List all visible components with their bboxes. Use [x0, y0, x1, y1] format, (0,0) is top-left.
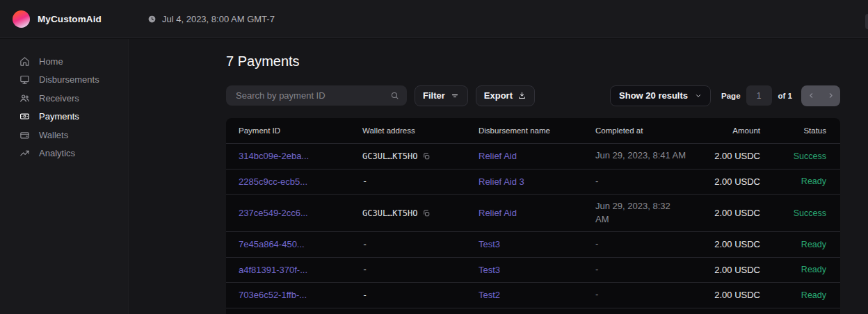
amount: 2.00 USDC	[707, 239, 760, 249]
payments-icon	[19, 111, 30, 122]
table-row: 7e45a864-450... - Test3 - 2.00 USDC Read…	[226, 231, 840, 257]
disbursements-icon	[19, 74, 30, 85]
disbursement-link[interactable]: Relief Aid 3	[479, 176, 524, 187]
current-datetime: Jul 4, 2023, 8:00 AM GMT-7	[147, 0, 275, 38]
page-count-label: of 1	[778, 92, 792, 100]
table-header-row: Payment ID Wallet address Disbursement n…	[226, 118, 840, 143]
home-icon	[19, 56, 30, 67]
chevron-down-icon	[695, 92, 702, 99]
sidebar-item-label: Payments	[39, 111, 79, 122]
previous-page-button[interactable]	[801, 85, 821, 106]
column-header-payment-id: Payment ID	[239, 126, 362, 135]
sidebar-item-wallets[interactable]: Wallets	[0, 126, 129, 144]
search-box[interactable]	[226, 85, 407, 106]
copy-icon[interactable]	[422, 152, 431, 160]
payments-table: Payment ID Wallet address Disbursement n…	[226, 118, 840, 314]
table-row: 703e6c52-1ffb-... - Test2 - 2.00 USDC Re…	[226, 282, 840, 308]
amount: 2.00 USDC	[707, 151, 760, 161]
wallet-address: -	[362, 240, 367, 249]
wallet-address: -	[362, 290, 367, 300]
payment-id-link[interactable]: 7e45a864-450...	[239, 239, 305, 249]
column-header-disbursement-name: Disbursement name	[479, 126, 595, 135]
sidebar-item-label: Wallets	[39, 130, 68, 140]
wallet-address-cell: -	[362, 265, 479, 274]
column-header-status: Status	[760, 126, 826, 135]
column-header-amount: Amount	[707, 126, 760, 135]
status-badge: Ready	[760, 176, 826, 186]
sidebar-item-analytics[interactable]: Analytics	[0, 144, 129, 163]
disbursement-link[interactable]: Test3	[479, 239, 500, 249]
top-bar: MyCustomAid Jul 4, 2023, 8:00 AM GMT-7	[0, 0, 868, 38]
amount: 2.00 USDC	[707, 208, 760, 218]
table-row: 2285c9cc-ecb5... - Relief Aid 3 - 2.00 U…	[226, 169, 840, 195]
amount: 2.00 USDC	[707, 176, 760, 187]
pager	[801, 85, 840, 106]
sidebar-item-receivers[interactable]: Receivers	[0, 89, 129, 108]
clock-icon	[147, 15, 156, 24]
amount: 2.00 USDC	[707, 265, 760, 275]
filter-button[interactable]: Filter	[415, 85, 468, 106]
payment-id-link[interactable]: 314bc09e-2eba...	[239, 151, 309, 161]
page-number-input[interactable]	[746, 85, 772, 106]
sidebar-item-label: Analytics	[39, 148, 75, 158]
table-body: 314bc09e-2eba... GC3UL…KT5HO Relief Aid …	[226, 143, 840, 314]
sidebar-item-home[interactable]: Home	[0, 52, 129, 71]
payment-id-link[interactable]: a4f81391-370f-...	[239, 265, 307, 275]
wallet-address: -	[362, 265, 367, 274]
sidebar-item-disbursements[interactable]: Disbursements	[0, 71, 129, 90]
next-page-button[interactable]	[821, 85, 840, 106]
wallet-address: GC3UL…KT5HO	[362, 208, 417, 218]
receivers-icon	[19, 93, 30, 104]
completed-at: Jun 29, 2023, 8:41 AM	[595, 149, 707, 163]
edge-button-partial[interactable]	[865, 14, 868, 29]
sidebar-item-label: Home	[39, 56, 63, 67]
payment-id-link[interactable]: 237ce549-2cc6...	[239, 208, 308, 218]
wallets-icon	[19, 130, 30, 140]
status-badge: Success	[760, 151, 826, 161]
brand-name: MyCustomAid	[38, 14, 102, 24]
download-icon	[517, 91, 527, 100]
status-badge: Ready	[760, 265, 826, 274]
show-results-label: Show 20 results	[619, 90, 688, 101]
sidebar-nav: HomeDisbursementsReceiversPaymentsWallet…	[0, 39, 129, 314]
page-label: Page	[721, 92, 741, 100]
wallet-address: GC3UL…KT5HO	[362, 151, 417, 161]
filter-icon	[450, 91, 460, 101]
disbursement-link[interactable]: Relief Aid	[479, 208, 517, 218]
column-header-wallet-address: Wallet address	[362, 126, 479, 135]
table-row: a4f81391-370f-... - Test3 - 2.00 USDC Re…	[226, 257, 840, 283]
payment-id-link[interactable]: 2285c9cc-ecb5...	[239, 176, 307, 187]
column-header-completed-at: Completed at	[595, 126, 707, 135]
completed-at: -	[595, 288, 707, 301]
amount: 2.00 USDC	[707, 290, 760, 300]
pagination-group: Show 20 results Page of 1	[610, 85, 840, 106]
disbursement-link[interactable]: Test2	[479, 290, 500, 300]
search-input[interactable]	[234, 90, 385, 101]
sidebar-item-label: Receivers	[39, 93, 79, 104]
disbursement-link[interactable]: Relief Aid	[479, 151, 517, 161]
copy-icon[interactable]	[422, 209, 431, 217]
wallet-address-cell: -	[362, 240, 479, 249]
sidebar-item-payments[interactable]: Payments	[0, 108, 129, 126]
page-title: 7 Payments	[226, 53, 300, 69]
analytics-icon	[19, 148, 30, 158]
brand-logo	[13, 10, 30, 28]
show-results-select[interactable]: Show 20 results	[610, 85, 711, 106]
completed-at: -	[595, 238, 707, 251]
status-badge: Ready	[760, 240, 826, 249]
completed-at: -	[595, 263, 707, 276]
chevron-right-icon	[827, 92, 835, 99]
main-content: 7 Payments Filter Export Show 20 results	[130, 39, 868, 314]
table-row-partial	[226, 308, 840, 314]
datetime-text: Jul 4, 2023, 8:00 AM GMT-7	[162, 14, 275, 24]
table-row: 314bc09e-2eba... GC3UL…KT5HO Relief Aid …	[226, 143, 840, 169]
wallet-address-cell: GC3UL…KT5HO	[362, 151, 479, 161]
wallet-address: -	[362, 176, 367, 186]
export-button[interactable]: Export	[476, 85, 535, 106]
status-badge: Ready	[760, 290, 826, 300]
sidebar-item-label: Disbursements	[39, 74, 99, 85]
status-badge: Success	[760, 208, 826, 218]
payment-id-link[interactable]: 703e6c52-1ffb-...	[239, 290, 307, 300]
disbursement-link[interactable]: Test3	[479, 265, 500, 275]
toolbar: Filter Export Show 20 results Page of 1	[226, 85, 840, 106]
